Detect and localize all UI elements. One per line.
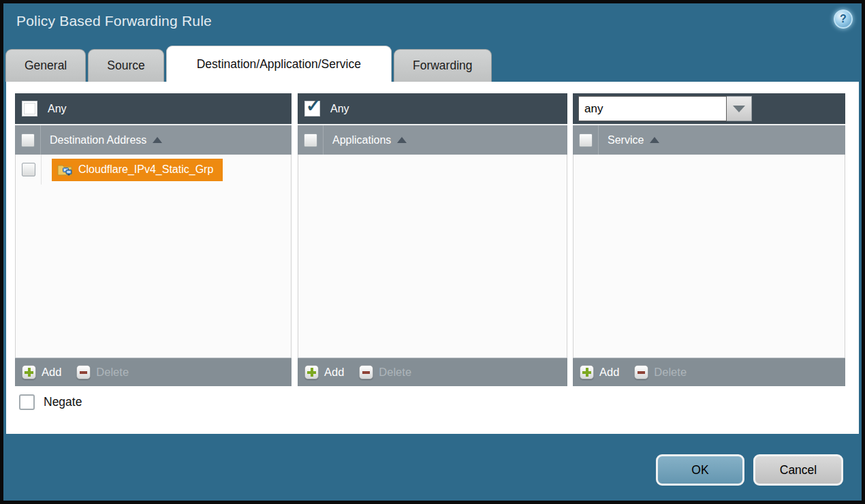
applications-selectall-checkbox[interactable] — [304, 133, 317, 147]
tab-general[interactable]: General — [5, 49, 86, 82]
applications-delete-button[interactable]: Delete — [359, 365, 411, 379]
sort-asc-icon — [650, 137, 659, 143]
destination-toolbar: Add Delete — [15, 358, 292, 386]
applications-any-row: ✓ Any — [298, 93, 567, 124]
cancel-button[interactable]: Cancel — [753, 454, 843, 486]
applications-header-label[interactable]: Applications — [332, 134, 407, 146]
applications-list — [298, 155, 567, 358]
address-group-icon — [57, 163, 73, 176]
delete-icon — [359, 365, 373, 379]
negate-checkbox[interactable] — [19, 394, 35, 410]
sort-asc-icon — [397, 137, 407, 143]
service-selectall-checkbox[interactable] — [579, 133, 593, 147]
screenshot-frame: Policy Based Forwarding Rule ? General S… — [0, 0, 865, 504]
table-row: Cloudflare_IPv4_Static_Grp — [16, 155, 291, 185]
service-column-header: Service — [573, 124, 845, 155]
service-delete-button[interactable]: Delete — [634, 365, 687, 379]
destination-selectall-checkbox[interactable] — [21, 133, 35, 147]
negate-row: Negate — [19, 394, 82, 410]
destination-delete-button[interactable]: Delete — [76, 365, 129, 379]
service-dropdown-value: any — [578, 96, 727, 121]
service-panel: any Service Add — [573, 93, 845, 386]
row-checkbox[interactable] — [22, 163, 35, 176]
destination-address-item[interactable]: Cloudflare_IPv4_Static_Grp — [52, 159, 223, 181]
destination-column-header: Destination Address — [15, 124, 292, 155]
help-icon[interactable]: ? — [834, 10, 853, 29]
check-icon: ✓ — [306, 97, 321, 114]
service-add-button[interactable]: Add — [580, 365, 619, 379]
tab-destination-application-service[interactable]: Destination/Application/Service — [166, 46, 392, 82]
service-toolbar: Add Delete — [573, 358, 845, 386]
tab-forwarding[interactable]: Forwarding — [394, 49, 492, 82]
delete-icon — [634, 365, 648, 379]
ok-button[interactable]: OK — [656, 454, 744, 486]
destination-add-button[interactable]: Add — [22, 365, 61, 379]
service-list — [573, 155, 845, 358]
service-header-label[interactable]: Service — [608, 134, 659, 146]
negate-label: Negate — [44, 395, 82, 409]
add-icon — [22, 365, 36, 379]
applications-any-label: Any — [330, 103, 349, 115]
destination-any-label: Any — [48, 103, 67, 115]
destination-address-panel: Any Destination Address — [15, 93, 292, 386]
dialog-title: Policy Based Forwarding Rule — [16, 13, 212, 29]
service-dropdown[interactable]: any — [578, 96, 752, 121]
tab-bar: General Source Destination/Application/S… — [5, 46, 492, 82]
destination-any-checkbox[interactable] — [22, 101, 37, 116]
sort-asc-icon — [153, 137, 162, 143]
destination-list: Cloudflare_IPv4_Static_Grp — [15, 155, 292, 358]
delete-icon — [76, 365, 91, 379]
tab-content-panel: Any Destination Address — [6, 82, 859, 434]
dialog-window: Policy Based Forwarding Rule ? General S… — [3, 3, 862, 501]
applications-panel: ✓ Any Applications Add — [298, 93, 567, 386]
destination-address-item-label: Cloudflare_IPv4_Static_Grp — [78, 163, 213, 176]
destination-any-row: Any — [15, 93, 292, 124]
applications-column-header: Applications — [298, 124, 567, 155]
add-icon — [304, 365, 319, 379]
applications-toolbar: Add Delete — [298, 358, 567, 386]
applications-add-button[interactable]: Add — [304, 365, 344, 379]
service-dropdown-row: any — [573, 93, 845, 124]
chevron-down-icon — [733, 106, 745, 112]
add-icon — [580, 365, 594, 379]
destination-header-label[interactable]: Destination Address — [50, 134, 162, 146]
tab-source[interactable]: Source — [88, 49, 163, 82]
applications-any-checkbox[interactable]: ✓ — [304, 101, 320, 116]
